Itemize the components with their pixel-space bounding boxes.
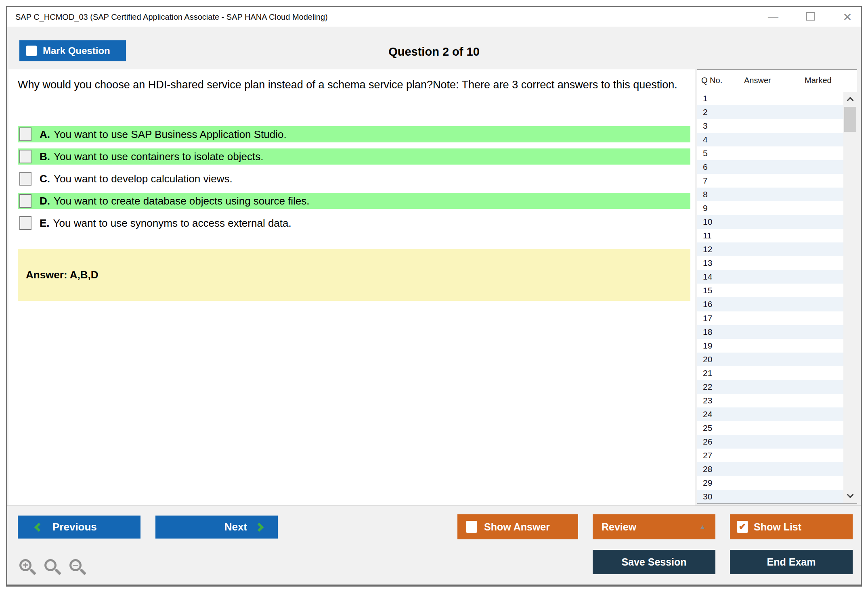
review-button[interactable]: Review ▲ [593,514,715,539]
sidebar-scrollbar[interactable] [843,92,857,503]
scroll-down-icon[interactable] [843,490,857,502]
save-session-label: Save Session [621,556,686,568]
question-list-row[interactable]: 10 [697,215,843,229]
cell-q_no: 3 [697,121,740,131]
cell-q_no: 12 [697,244,740,254]
exam-window: SAP C_HCMOD_03 (SAP Certified Applicatio… [6,6,862,586]
question-list-row[interactable]: 19 [697,339,843,353]
option-checkbox[interactable] [19,172,31,186]
cell-q_no: 29 [697,478,740,488]
option-row[interactable]: D.You want to create database objects us… [18,193,690,209]
show-answer-checkbox[interactable] [466,521,477,533]
cell-q_no: 23 [697,396,740,405]
question-list-row[interactable]: 27 [697,449,843,462]
option-text: You want to use containers to isolate ob… [54,150,263,163]
question-list-row[interactable]: 2 [697,105,843,119]
question-counter: Question 2 of 10 [7,45,861,58]
option-checkbox[interactable] [19,127,31,141]
question-list-row[interactable]: 29 [697,476,843,490]
question-list-row[interactable]: 9 [697,201,843,215]
window-title: SAP C_HCMOD_03 (SAP Certified Applicatio… [15,13,328,22]
cell-q_no: 7 [697,176,740,186]
option-letter: B. [40,150,50,163]
col-header-qno: Q No. [697,76,740,85]
question-list-row[interactable]: 20 [697,353,843,366]
question-list-row[interactable]: 28 [697,462,843,476]
question-list-row[interactable]: 6 [697,160,843,174]
next-button[interactable]: Next [155,516,278,539]
question-list-row[interactable]: 26 [697,435,843,449]
question-list-row[interactable]: 21 [697,366,843,380]
scroll-up-icon[interactable] [843,93,857,105]
col-header-answer: Answer [740,76,801,85]
end-exam-button[interactable]: End Exam [730,550,853,574]
question-panel: Why would you choose an HDI-shared servi… [8,69,695,505]
window-controls: — ✕ [767,7,853,27]
question-list-row[interactable]: 3 [697,119,843,133]
close-icon[interactable]: ✕ [841,10,853,24]
cell-q_no: 18 [697,327,740,337]
option-letter: C. [40,173,50,185]
question-list-row[interactable]: 12 [697,242,843,256]
cell-q_no: 17 [697,313,740,323]
titlebar: SAP C_HCMOD_03 (SAP Certified Applicatio… [7,7,861,27]
question-list-row[interactable]: 1 [697,92,843,105]
scrollbar-thumb[interactable] [844,107,856,132]
option-text: You want to use SAP Business Application… [54,128,287,141]
question-list-row[interactable]: 17 [697,311,843,325]
zoom-in-icon[interactable]: + [19,559,36,575]
answer-box: Answer: A,B,D [18,249,690,301]
question-list-row[interactable]: 25 [697,421,843,435]
cell-q_no: 24 [697,409,740,419]
question-list-row[interactable]: 30 [697,490,843,503]
option-checkbox[interactable] [19,216,31,230]
zoom-out-icon[interactable]: − [69,559,86,575]
cell-q_no: 30 [697,492,740,501]
question-list-row[interactable]: 11 [697,229,843,242]
option-row[interactable]: E.You want to use synonyms to access ext… [18,215,690,231]
answer-label: Answer: A,B,D [26,269,99,281]
zoom-reset-icon[interactable] [44,559,61,575]
save-session-button[interactable]: Save Session [593,550,715,574]
question-list-row[interactable]: 16 [697,297,843,311]
cell-q_no: 6 [697,162,740,172]
cell-q_no: 9 [697,203,740,213]
option-row[interactable]: B.You want to use containers to isolate … [18,148,690,165]
end-exam-label: End Exam [767,556,816,568]
minimize-icon[interactable]: — [767,13,779,21]
review-label: Review [602,521,636,533]
show-list-button[interactable]: ✔ Show List [730,514,853,539]
question-list-row[interactable]: 14 [697,270,843,284]
cell-q_no: 13 [697,258,740,268]
cell-q_no: 5 [697,148,740,158]
question-text: Why would you choose an HDI-shared servi… [18,77,680,92]
option-checkbox[interactable] [19,194,31,208]
option-letter: D. [40,195,50,207]
option-row[interactable]: A.You want to use SAP Business Applicati… [18,126,690,142]
question-list-row[interactable]: 24 [697,407,843,421]
cell-q_no: 27 [697,451,740,460]
cell-q_no: 2 [697,107,740,117]
option-row[interactable]: C.You want to develop calculation views. [18,171,690,187]
question-list-row[interactable]: 15 [697,284,843,297]
show-list-checkbox[interactable]: ✔ [737,521,748,533]
maximize-box [806,12,815,21]
question-list-row[interactable]: 18 [697,325,843,339]
cell-q_no: 10 [697,217,740,227]
option-checkbox[interactable] [19,150,31,163]
show-answer-button[interactable]: Show Answer [457,514,578,539]
question-list-body: 1234567891011121314151617181920212223242… [697,92,843,503]
maximize-icon[interactable] [804,12,816,22]
previous-button[interactable]: Previous [18,516,140,539]
question-list-row[interactable]: 8 [697,188,843,201]
question-list-row[interactable]: 13 [697,256,843,270]
footer-divider [7,505,861,506]
question-list-row[interactable]: 7 [697,174,843,188]
question-list-row[interactable]: 23 [697,394,843,407]
question-list-row[interactable]: 22 [697,380,843,394]
col-header-marked: Marked [801,76,857,85]
question-list-header: Q No. Answer Marked [697,70,857,91]
cell-q_no: 16 [697,299,740,309]
question-list-row[interactable]: 4 [697,133,843,146]
question-list-row[interactable]: 5 [697,146,843,160]
